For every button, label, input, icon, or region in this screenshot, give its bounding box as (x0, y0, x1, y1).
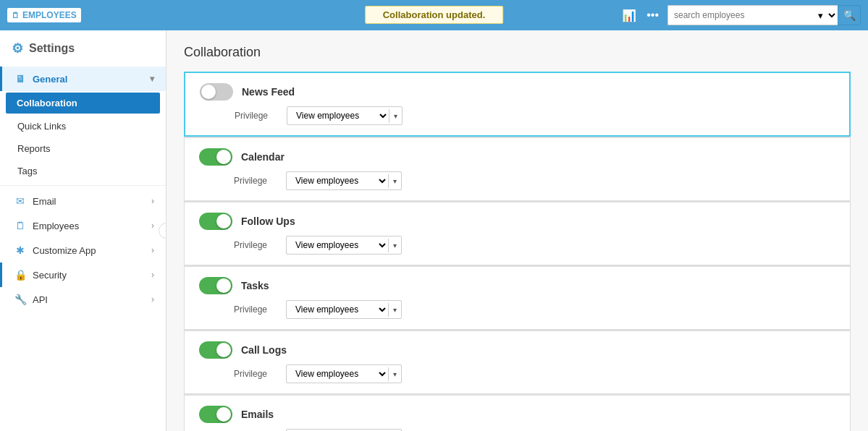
privilege-select-wrap-news-feed: View employees ▾ (287, 106, 403, 125)
search-bar: ▾ 🔍 (667, 5, 861, 25)
sidebar-item-label-customize-app: Customize App (33, 245, 96, 256)
toggle-knob-calendar (216, 150, 231, 164)
toggle-knob-call-logs (216, 343, 231, 357)
sidebar-item-label-security: Security (33, 270, 67, 281)
layout: ⚙ Settings 🖥 General ▾ Collaboration Qui… (0, 30, 868, 431)
section-card-call-logs: Call Logs Privilege View employees ▾ (184, 330, 851, 394)
chevron-right-icon-email: › (151, 196, 154, 206)
email-icon: ✉ (14, 195, 27, 207)
chart-bar-icon[interactable]: 📊 (619, 7, 639, 24)
section-row-news-feed: News Feed Privilege View employees ▾ (185, 73, 849, 135)
privilege-select-follow-ups[interactable]: View employees (287, 236, 388, 254)
privilege-label-calendar: Privilege (234, 176, 277, 186)
sidebar: ⚙ Settings 🖥 General ▾ Collaboration Qui… (0, 30, 167, 431)
sidebar-item-api[interactable]: 🔧 API › (0, 287, 166, 312)
header: 🗒 EMPLOYEES Collaboration updated. 📊 •••… (0, 0, 868, 30)
section-title-calendar: Calendar (241, 151, 285, 163)
toggle-knob-emails (216, 407, 231, 422)
header-actions: 📊 ••• (619, 7, 662, 24)
toggle-follow-ups[interactable] (199, 213, 232, 230)
privilege-select-calendar[interactable]: View employees (287, 172, 388, 189)
privilege-select-wrap-follow-ups: View employees ▾ (286, 236, 402, 255)
privilege-select-news-feed[interactable]: View employees (287, 107, 389, 124)
security-icon: 🔒 (14, 269, 27, 281)
privilege-select-wrap-calendar: View employees ▾ (286, 171, 402, 190)
api-icon: 🔧 (14, 294, 27, 305)
sidebar-item-customize-app[interactable]: ✱ Customize App › (0, 238, 166, 263)
privilege-dropdown-arrow-follow-ups[interactable]: ▾ (388, 239, 401, 252)
sidebar-item-collaboration[interactable]: Collaboration (6, 93, 160, 114)
privilege-select-call-logs[interactable]: View employees (287, 365, 388, 383)
privilege-select-wrap-call-logs: View employees ▾ (286, 364, 402, 383)
privilege-select-tasks[interactable]: View employees (287, 301, 388, 318)
search-button[interactable]: 🔍 (838, 5, 861, 25)
search-input[interactable] (667, 5, 812, 25)
employees-icon: 🗒 (14, 220, 27, 231)
chevron-down-icon: ▾ (150, 74, 154, 84)
privilege-label-call-logs: Privilege (234, 369, 277, 379)
sidebar-item-email[interactable]: ✉ Email › (0, 189, 166, 213)
logo-icon: 🗒 (12, 11, 20, 20)
privilege-dropdown-arrow-news-feed[interactable]: ▾ (389, 109, 402, 123)
sidebar-item-label-api: API (33, 294, 48, 305)
privilege-label-news-feed: Privilege (235, 111, 278, 121)
settings-icon: ⚙ (12, 40, 23, 56)
sidebar-item-label-tags: Tags (17, 166, 37, 176)
customize-icon: ✱ (14, 244, 27, 256)
section-card-calendar: Calendar Privilege View employees ▾ (184, 137, 851, 201)
sidebar-item-label-email: Email (33, 196, 56, 207)
toggle-calendar[interactable] (199, 148, 232, 166)
section-card-news-feed: News Feed Privilege View employees ▾ (184, 72, 851, 137)
privilege-dropdown-arrow-calendar[interactable]: ▾ (388, 174, 401, 188)
privilege-label-tasks: Privilege (234, 304, 277, 315)
app-logo: 🗒 EMPLOYEES (7, 8, 81, 22)
chevron-right-icon-api: › (151, 294, 154, 304)
section-card-tasks: Tasks Privilege View employees ▾ (184, 266, 851, 330)
page-title: Collaboration (184, 45, 851, 60)
toggle-knob-follow-ups (216, 214, 231, 229)
toggle-tasks[interactable] (199, 277, 232, 294)
sidebar-item-employees[interactable]: 🗒 Employees › (0, 213, 166, 238)
chevron-right-icon-security: › (151, 270, 154, 280)
general-icon: 🖥 (14, 73, 27, 85)
privilege-dropdown-arrow-tasks[interactable]: ▾ (388, 303, 401, 317)
toggle-news-feed[interactable] (200, 83, 233, 101)
sidebar-item-label-collaboration: Collaboration (17, 98, 77, 108)
chevron-right-icon-customize: › (151, 245, 154, 255)
toggle-call-logs[interactable] (199, 341, 232, 359)
sidebar-item-quick-links[interactable]: Quick Links (0, 115, 166, 137)
section-card-follow-ups: Follow Ups Privilege View employees ▾ (184, 202, 851, 265)
chevron-right-icon-employees: › (151, 221, 154, 231)
sidebar-divider-1 (0, 185, 166, 186)
toggle-knob-tasks (216, 278, 231, 293)
sidebar-item-reports[interactable]: Reports (0, 137, 166, 160)
settings-heading: ⚙ Settings (0, 30, 166, 67)
privilege-dropdown-arrow-call-logs[interactable]: ▾ (388, 367, 401, 381)
sidebar-item-label-quick-links: Quick Links (17, 121, 66, 132)
toggle-emails[interactable] (199, 406, 232, 423)
sidebar-item-security[interactable]: 🔒 Security › (0, 263, 166, 287)
section-card-emails: Emails Privilege View employees ▾ (184, 395, 851, 431)
sidebar-item-label-employees: Employees (33, 221, 79, 231)
settings-label: Settings (29, 42, 75, 55)
notification-banner: Collaboration updated. (365, 6, 504, 24)
sidebar-item-tags[interactable]: Tags (0, 160, 166, 182)
sidebar-item-general[interactable]: 🖥 General ▾ (0, 67, 166, 91)
toggle-knob-news-feed (201, 85, 216, 99)
more-options-icon[interactable]: ••• (644, 7, 662, 23)
section-title-call-logs: Call Logs (241, 344, 287, 356)
sidebar-item-label-reports: Reports (17, 143, 51, 154)
section-title-news-feed: News Feed (242, 86, 295, 98)
section-title-emails: Emails (241, 409, 274, 420)
main-content: Collaboration News Feed Privilege View e… (167, 30, 868, 431)
sidebar-item-label-general: General (33, 74, 67, 85)
section-title-follow-ups: Follow Ups (241, 216, 295, 227)
privilege-label-follow-ups: Privilege (234, 240, 277, 250)
privilege-select-wrap-tasks: View employees ▾ (286, 300, 402, 319)
app-title: EMPLOYEES (22, 10, 77, 20)
section-title-tasks: Tasks (241, 280, 269, 291)
search-filter-dropdown[interactable]: ▾ (812, 5, 838, 25)
